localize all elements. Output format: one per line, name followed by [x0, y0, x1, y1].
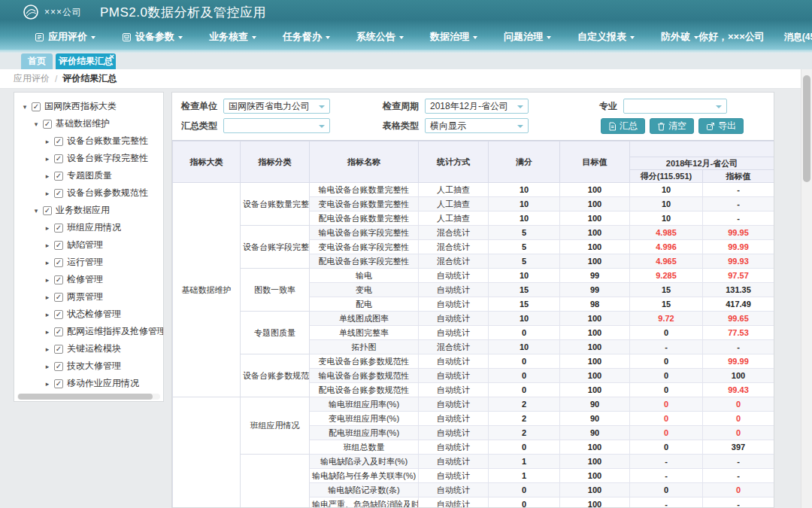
checkbox-checked-icon[interactable]: ✓	[54, 275, 63, 284]
tree-collapsed-icon[interactable]: ▸	[43, 363, 52, 370]
target-value-cell: 100	[560, 483, 630, 497]
tree-item-label: 技改大修管理	[67, 360, 121, 373]
tree-item[interactable]: ▸✓检修管理	[14, 271, 163, 288]
tab-home[interactable]: 首页	[21, 53, 53, 69]
checkbox-checked-icon[interactable]: ✓	[54, 310, 63, 319]
checkbox-checked-icon[interactable]: ✓	[54, 379, 63, 388]
indicator-value-cell: 99.43	[703, 383, 774, 397]
score-cell: 15	[630, 283, 703, 297]
tree-collapsed-icon[interactable]: ▸	[43, 328, 52, 336]
checkbox-checked-icon[interactable]: ✓	[54, 189, 63, 198]
checkbox-checked-icon[interactable]: ✓	[54, 362, 63, 371]
tree-collapsed-icon[interactable]: ▸	[43, 155, 52, 163]
tree-expanded-icon[interactable]: ▾	[20, 103, 29, 111]
filter-label-specialty: 专业	[583, 100, 617, 113]
tree-item[interactable]: ▸✓两票管理	[14, 288, 163, 306]
nav-item-3[interactable]: 任务督办	[283, 30, 330, 44]
stat-method-cell: 混合统计	[419, 240, 489, 254]
tree-collapsed-icon[interactable]: ▸	[43, 242, 52, 249]
indicator-name-cell: 配电设备台账参数规范性	[310, 383, 419, 397]
checkbox-checked-icon[interactable]: ✓	[54, 154, 63, 163]
tree-item[interactable]: ▸✓关键运检模块	[14, 340, 163, 357]
nav-item-7[interactable]: 自定义报表	[577, 30, 635, 44]
tree-collapsed-icon[interactable]: ▸	[43, 190, 52, 197]
nav-item-label: 自定义报表	[577, 30, 626, 44]
tree-collapsed-icon[interactable]: ▸	[43, 345, 52, 353]
tree-item[interactable]: ▾✓业务数据应用	[14, 202, 163, 219]
nav-item-5[interactable]: 数据治理	[430, 30, 477, 44]
score-cell: 0	[630, 369, 703, 383]
tree-item[interactable]: ▸✓设备台账数量完整性	[14, 132, 163, 150]
indicator-name-cell: 单线图完整率	[310, 326, 419, 340]
checkbox-checked-icon[interactable]: ✓	[54, 224, 63, 233]
nav-item-4[interactable]: 系统公告	[356, 30, 404, 44]
close-icon[interactable]: ×	[110, 53, 114, 61]
export-button[interactable]: 导出	[698, 118, 744, 134]
tree-scrollbar-thumb[interactable]	[18, 394, 153, 400]
tree-item[interactable]: ▸✓设备台账字段完整性	[14, 150, 163, 167]
tree-collapsed-icon[interactable]: ▸	[43, 294, 52, 301]
tree-collapsed-icon[interactable]: ▸	[43, 311, 52, 318]
select-specialty[interactable]	[623, 99, 727, 114]
tree-item[interactable]: ▸✓移动作业应用情况	[14, 375, 163, 392]
tree-item-label: 设备台账参数规范性	[67, 187, 148, 199]
tree-item[interactable]: ▸✓班组应用情况	[14, 219, 163, 236]
indicator-value-cell: -	[703, 340, 774, 354]
checkbox-checked-icon[interactable]: ✓	[54, 137, 63, 146]
messages-link[interactable]: 消息(45)	[784, 31, 812, 44]
checkbox-checked-icon[interactable]: ✓	[54, 293, 63, 302]
tree-collapsed-icon[interactable]: ▸	[43, 172, 52, 180]
tree-item[interactable]: ▸✓缺陷管理	[14, 236, 163, 254]
checkbox-checked-icon[interactable]: ✓	[43, 206, 52, 215]
score-cell: 0	[630, 440, 703, 455]
stat-method-cell: 自动统计	[419, 412, 489, 426]
nav-item-2[interactable]: 业务核查	[209, 30, 256, 44]
select-check-unit[interactable]: 国网陕西省电力公司	[223, 99, 330, 114]
nav-item-1[interactable]: 设备参数	[122, 30, 183, 44]
tree-expanded-icon[interactable]: ▾	[32, 120, 41, 128]
score-cell: 0	[630, 483, 703, 497]
indicator-name-cell: 输电设备台账字段完整性	[310, 226, 419, 240]
select-summary-type[interactable]	[223, 118, 330, 133]
tree-collapsed-icon[interactable]: ▸	[43, 259, 52, 266]
stat-method-cell: 人工抽查	[419, 183, 489, 197]
tree-collapsed-icon[interactable]: ▸	[43, 276, 52, 284]
breadcrumb-parent[interactable]: 应用评价	[14, 72, 50, 85]
select-table-type[interactable]: 横向显示	[425, 118, 529, 133]
tree-item[interactable]: ▸✓状态检修管理	[14, 306, 163, 323]
nav-item-0[interactable]: 应用评价	[35, 30, 95, 44]
tree-item[interactable]: ▸✓配网运维指挥及抢修管理	[14, 323, 163, 340]
vertical-scrollbar-thumb[interactable]	[803, 75, 810, 182]
indicator-name-cell: 输电缺陷录入及时率(%)	[310, 455, 419, 469]
tree-collapsed-icon[interactable]: ▸	[43, 224, 52, 232]
tree-item[interactable]: ▾✓国网陕西指标大类	[14, 98, 163, 115]
select-check-period[interactable]: 2018年12月-省公司	[425, 99, 529, 114]
checkbox-checked-icon[interactable]: ✓	[32, 102, 41, 111]
tree-item[interactable]: ▸✓技改大修管理	[14, 357, 163, 375]
summarize-button[interactable]: 汇总	[601, 118, 645, 134]
tree-expanded-icon[interactable]: ▾	[32, 207, 41, 214]
tree-item[interactable]: ▸✓运行管理	[14, 254, 163, 271]
tab-bar: 首页评价结果汇总×	[0, 53, 812, 69]
filter-field-check-period: 检查周期2018年12月-省公司	[380, 99, 529, 114]
clear-button[interactable]: 清空	[650, 118, 694, 134]
tree-item[interactable]: ▸✓设备台账参数规范性	[14, 184, 163, 202]
tree-item[interactable]: ▸✓专题图质量	[14, 167, 163, 184]
tab-label: 首页	[28, 55, 46, 68]
score-cell: 0	[630, 326, 703, 340]
indicator-name-cell: 变电	[310, 283, 419, 297]
tree-collapsed-icon[interactable]: ▸	[43, 380, 52, 388]
tree-item[interactable]: ▾✓基础数据维护	[14, 115, 163, 132]
checkbox-checked-icon[interactable]: ✓	[54, 258, 63, 267]
nav-item-6[interactable]: 问题治理	[504, 30, 551, 44]
checkbox-checked-icon[interactable]: ✓	[54, 241, 63, 250]
tab-results-summary[interactable]: 评价结果汇总×	[56, 53, 116, 69]
tree-collapsed-icon[interactable]: ▸	[43, 138, 52, 145]
checkbox-checked-icon[interactable]: ✓	[54, 345, 63, 354]
nav-item-8[interactable]: 防外破	[661, 30, 698, 44]
indicator-name-cell: 输电缺陷与任务单关联率(%)	[310, 469, 419, 483]
checkbox-checked-icon[interactable]: ✓	[54, 327, 63, 336]
checkbox-checked-icon[interactable]: ✓	[54, 172, 63, 181]
table-row: 专题图质量单线图成图率自动统计101009.7299.65	[173, 312, 774, 326]
checkbox-checked-icon[interactable]: ✓	[43, 120, 52, 129]
